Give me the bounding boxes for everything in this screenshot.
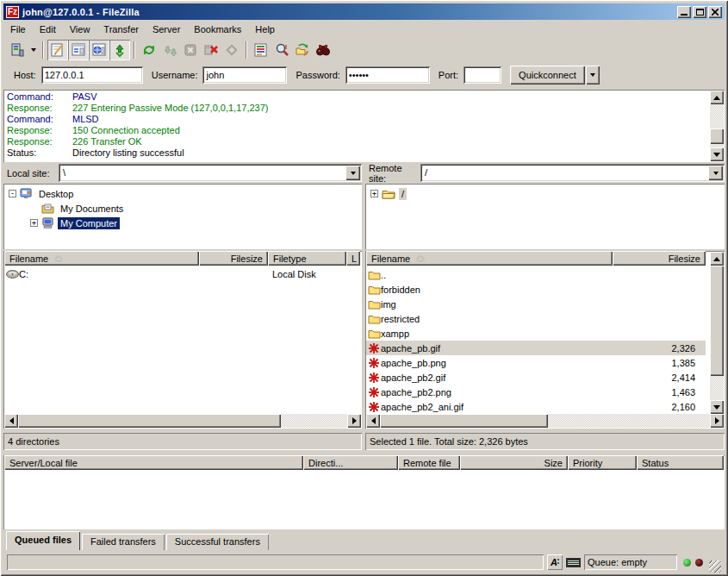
speed-limit-icon[interactable]: [566, 558, 581, 567]
remote-file-row[interactable]: apache_pb2.gif 2,414: [366, 370, 706, 385]
toggle-transfer-queue-button[interactable]: [109, 40, 130, 60]
local-site-row: Local site: \: [3, 164, 362, 182]
remote-site-dropdown[interactable]: [708, 166, 723, 180]
refresh-button[interactable]: [139, 40, 159, 60]
reconnect-button[interactable]: [221, 40, 242, 60]
image-file-icon: [366, 342, 381, 354]
disconnect-button[interactable]: [201, 40, 221, 60]
column-header-server-local-file[interactable]: Server/Local file: [4, 455, 303, 470]
remote-file-row-selected[interactable]: apache_pb.gif 2,326: [366, 341, 706, 355]
app-icon: Fz: [6, 6, 19, 18]
column-header-status[interactable]: Status: [637, 455, 724, 470]
tree-item-label: My Computer: [58, 217, 120, 229]
process-queue-icon: [162, 42, 177, 58]
local-pane: Local site: \ - Desktop My Documents + M…: [3, 164, 362, 450]
status-bar: A Queue: empty: [3, 552, 725, 573]
column-header-priority[interactable]: Priority: [568, 455, 637, 470]
filename-filters-button[interactable]: [271, 40, 292, 60]
remote-file-row[interactable]: apache_pb.png 1,385: [366, 355, 706, 370]
remote-hscrollbar[interactable]: [366, 414, 724, 428]
menu-edit[interactable]: Edit: [33, 22, 63, 36]
menu-help[interactable]: Help: [248, 22, 282, 36]
column-header-direction[interactable]: Directi...: [303, 455, 398, 470]
column-header-filesize[interactable]: Filesize: [199, 251, 268, 266]
scrollbar-thumb[interactable]: [710, 128, 724, 144]
tree-item-my-computer[interactable]: + My Computer: [3, 216, 362, 230]
scroll-down-button[interactable]: [710, 147, 724, 161]
column-header-filename[interactable]: Filename: [4, 251, 199, 266]
tree-item-root[interactable]: + /: [365, 186, 725, 201]
local-site-combo[interactable]: \: [59, 164, 362, 182]
remote-file-row[interactable]: img: [366, 297, 706, 311]
menu-server[interactable]: Server: [146, 22, 187, 36]
directory-comparison-button[interactable]: [251, 40, 271, 60]
data-type-indicator[interactable]: A: [547, 554, 563, 570]
expand-icon[interactable]: +: [370, 190, 378, 197]
password-input[interactable]: [345, 66, 430, 84]
minimize-button[interactable]: [677, 6, 691, 18]
quickconnect-button[interactable]: Quickconnect: [510, 66, 585, 85]
remote-vscrollbar[interactable]: [710, 252, 724, 414]
host-input[interactable]: [41, 66, 143, 84]
collapse-icon[interactable]: -: [9, 190, 16, 197]
tree-item-desktop[interactable]: - Desktop: [3, 186, 362, 201]
chevron-down-icon: [713, 172, 719, 175]
scroll-right-button[interactable]: [347, 414, 361, 428]
scrollbar-thumb[interactable]: [710, 266, 724, 376]
reconnect-icon: [224, 42, 240, 58]
toggle-local-tree-button[interactable]: [68, 40, 89, 60]
local-site-dropdown[interactable]: [345, 166, 360, 180]
log-line: Command:PASV: [7, 91, 707, 103]
remote-file-row[interactable]: ..: [366, 267, 706, 282]
toggle-remote-tree-button[interactable]: [89, 40, 109, 60]
scroll-left-button[interactable]: [4, 414, 18, 428]
site-manager-dropdown[interactable]: [28, 40, 39, 60]
connection-leds: [681, 559, 706, 567]
tab-queued-files[interactable]: Queued files: [6, 531, 80, 550]
username-input[interactable]: [202, 66, 287, 84]
scroll-left-button[interactable]: [366, 414, 380, 428]
tab-failed-transfers[interactable]: Failed transfers: [82, 534, 165, 550]
column-header-filetype[interactable]: Filetype: [268, 251, 346, 266]
remote-status-text: Selected 1 file. Total size: 2,326 bytes: [370, 436, 528, 447]
local-tree: - Desktop My Documents + My Computer: [3, 184, 362, 249]
remote-file-row[interactable]: apache_pb2.png 1,463: [366, 385, 706, 399]
column-header-last-modified[interactable]: L: [346, 251, 360, 266]
remote-file-row[interactable]: restricted: [366, 311, 706, 326]
column-header-filename[interactable]: Filename: [366, 251, 613, 266]
tree-item-my-documents[interactable]: My Documents: [3, 201, 362, 216]
menu-file[interactable]: File: [3, 22, 33, 36]
find-files-button[interactable]: [313, 40, 333, 60]
toggle-message-log-button[interactable]: [47, 40, 68, 60]
cancel-operation-button[interactable]: [180, 40, 201, 60]
remote-file-row[interactable]: xampp: [366, 326, 706, 341]
close-button[interactable]: [708, 6, 722, 18]
synchronized-browsing-button[interactable]: [292, 40, 313, 60]
maximize-button[interactable]: [693, 6, 706, 18]
log-scrollbar[interactable]: [710, 91, 724, 161]
expand-icon[interactable]: +: [30, 219, 38, 227]
process-queue-button[interactable]: [159, 40, 180, 60]
resize-grip[interactable]: [709, 560, 721, 573]
local-hscrollbar[interactable]: [4, 414, 361, 428]
tab-successful-transfers[interactable]: Successful transfers: [166, 534, 269, 550]
column-header-size[interactable]: Size: [460, 455, 568, 470]
remote-site-combo[interactable]: /: [420, 164, 725, 182]
local-file-row[interactable]: C: Local Disk: [4, 266, 358, 281]
scrollbar-thumb[interactable]: [380, 414, 548, 428]
remote-file-row[interactable]: forbidden: [366, 282, 706, 297]
site-manager-button[interactable]: [7, 40, 28, 60]
scroll-up-button[interactable]: [710, 252, 724, 266]
menu-transfer[interactable]: Transfer: [96, 22, 146, 36]
scrollbar-thumb[interactable]: [18, 414, 281, 428]
menu-view[interactable]: View: [63, 22, 97, 36]
menu-bookmarks[interactable]: Bookmarks: [187, 22, 248, 36]
column-header-filesize[interactable]: Filesize: [613, 251, 706, 266]
column-header-remote-file[interactable]: Remote file: [398, 455, 460, 470]
remote-file-row[interactable]: apache_pb2_ani.gif 2,160: [366, 399, 706, 414]
scroll-down-button[interactable]: [710, 400, 724, 414]
port-input[interactable]: [464, 66, 501, 84]
scroll-up-button[interactable]: [710, 91, 724, 104]
scroll-right-button[interactable]: [710, 414, 724, 428]
quickconnect-dropdown[interactable]: [586, 66, 600, 85]
